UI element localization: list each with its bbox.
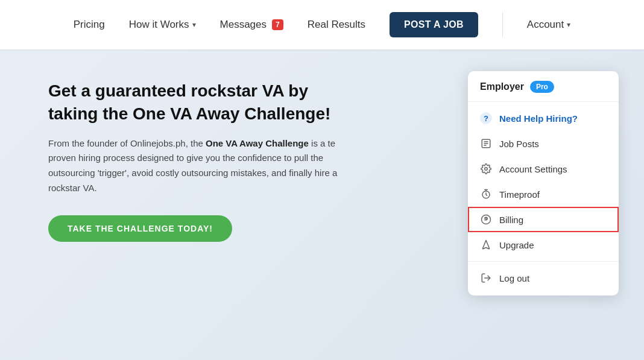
navbar: Pricing How it Works ▾ Messages 7 Real R… — [0, 0, 644, 49]
pricing-label: Pricing — [74, 19, 105, 31]
account-dropdown: Employer Pro ? Need Help Hiring? Job Pos… — [468, 71, 619, 295]
dropdown-header: Employer Pro — [468, 81, 619, 102]
logout-link[interactable]: Log out — [468, 265, 619, 291]
messages-label: Messages — [220, 19, 267, 31]
logout-label: Log out — [499, 273, 529, 283]
account-settings-link[interactable]: Account Settings — [468, 156, 619, 182]
upgrade-link[interactable]: Upgrade — [468, 232, 619, 257]
messages-link[interactable]: Messages 7 — [220, 19, 283, 31]
challenge-cta-button[interactable]: TAKE THE CHALLENGE TODAY! — [48, 215, 232, 242]
question-circle-icon: ? — [480, 112, 492, 124]
how-it-works-link[interactable]: How it Works ▾ — [129, 19, 196, 31]
logout-icon — [480, 272, 492, 284]
job-posts-label: Job Posts — [499, 139, 539, 149]
svg-point-4 — [485, 168, 488, 171]
timeproof-label: Timeproof — [499, 189, 540, 200]
nav-divider — [502, 13, 503, 37]
account-menu-button[interactable]: Account ▾ — [527, 19, 570, 31]
billing-link[interactable]: Billing — [468, 207, 619, 232]
post-job-button[interactable]: POST A JOB — [390, 12, 478, 37]
how-it-works-chevron-icon: ▾ — [192, 21, 196, 29]
job-posts-link[interactable]: Job Posts — [468, 131, 619, 156]
billing-label: Billing — [499, 215, 523, 225]
settings-icon — [480, 163, 492, 175]
pro-badge: Pro — [530, 81, 554, 93]
real-results-link[interactable]: Real Results — [308, 19, 365, 31]
account-settings-label: Account Settings — [499, 164, 567, 174]
job-posts-icon — [480, 137, 492, 150]
hero-body-start: From the founder of Onlinejobs.ph, the — [48, 138, 206, 148]
messages-badge: 7 — [272, 19, 283, 30]
timeproof-icon — [480, 188, 492, 200]
how-it-works-label: How it Works — [129, 19, 189, 31]
pricing-link[interactable]: Pricing — [74, 19, 105, 31]
dropdown-divider — [468, 261, 619, 262]
hero-body-bold: One VA Away Challenge — [206, 138, 309, 148]
need-help-label: Need Help Hiring? — [499, 113, 578, 124]
timeproof-link[interactable]: Timeproof — [468, 182, 619, 207]
need-help-link[interactable]: ? Need Help Hiring? — [468, 106, 619, 131]
upgrade-label: Upgrade — [499, 240, 534, 250]
upgrade-icon — [480, 239, 492, 251]
account-label: Account — [527, 19, 564, 31]
real-results-label: Real Results — [308, 19, 365, 31]
employer-label: Employer — [480, 81, 524, 92]
billing-icon — [480, 213, 492, 226]
hero-title: Get a guaranteed rockstar VA by taking t… — [48, 80, 350, 125]
hero-body: From the founder of Onlinejobs.ph, the O… — [48, 136, 350, 196]
account-chevron-icon: ▾ — [567, 21, 570, 29]
